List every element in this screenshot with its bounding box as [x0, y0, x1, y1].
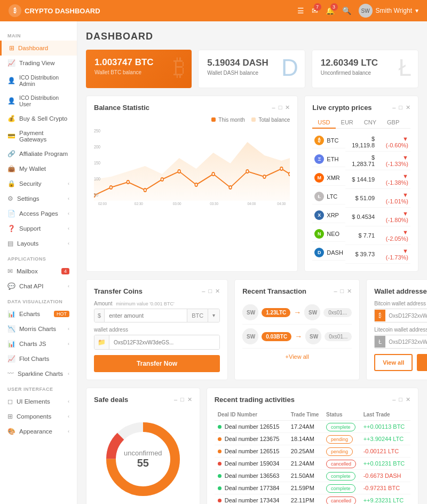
coin-change: ▼ (-2.05%): [377, 226, 410, 245]
litecoin-addr-input[interactable]: [385, 336, 427, 348]
dash-label: Wallet DASH balance: [207, 70, 296, 76]
tx-to-1: 0xs01...: [323, 308, 352, 317]
prices-close-icon[interactable]: ✕: [406, 104, 410, 111]
messages-icon[interactable]: ✉ 7: [312, 6, 318, 15]
bitcoin-addr-input[interactable]: [385, 310, 427, 321]
chevron-icon: ‹: [68, 326, 69, 332]
chart-minimize-icon[interactable]: –: [272, 104, 275, 111]
status-cell: complete: [323, 421, 360, 433]
safe-deals-minimize-icon[interactable]: –: [174, 396, 177, 403]
coin-price: $ 144.19: [345, 170, 377, 189]
sidebar-item-echarts[interactable]: 📊 Echarts HOT: [0, 306, 77, 321]
transfer-now-button[interactable]: Transfer Now: [94, 355, 220, 372]
sidebar-item-chat-api[interactable]: 💬 Chat API ‹: [0, 279, 77, 294]
recent-tx-maximize-icon[interactable]: □: [341, 288, 344, 295]
svg-text:SW: SW: [247, 334, 256, 340]
search-icon[interactable]: 🔍: [342, 6, 351, 15]
chart-title: Balance Statistic: [94, 104, 149, 112]
logo: ₿ CRYPTO DASHBOARD: [9, 4, 297, 17]
sidebar-item-trading-view[interactable]: 📈 Trading View: [0, 56, 77, 70]
safe-deals-close-icon[interactable]: ✕: [187, 396, 192, 403]
sidebar-item-ico-user[interactable]: 👤 ICO Distribution User: [0, 91, 77, 111]
ico-user-icon: 👤: [7, 97, 15, 105]
prices-minimize-icon[interactable]: –: [392, 104, 396, 111]
tab-gbp[interactable]: GBP: [382, 117, 405, 128]
settings-button[interactable]: Settings: [417, 354, 427, 371]
sidebar-item-components[interactable]: ⊞ Components ‹: [0, 409, 77, 424]
transfer-maximize-icon[interactable]: □: [208, 288, 212, 295]
last-trade: ++0.00113 BTC: [360, 421, 410, 433]
prices-maximize-icon[interactable]: □: [399, 104, 402, 111]
trading-minimize-icon[interactable]: –: [392, 396, 396, 403]
wallet-prefix-icon: 📁: [94, 335, 109, 349]
wallet-address-input[interactable]: [109, 335, 219, 349]
sidebar-item-buy-sell[interactable]: 💰 Buy & Sell Crypto: [0, 111, 77, 126]
sidebar-item-support[interactable]: ❓ Support ‹: [0, 221, 77, 236]
coin-price: $ 39.73: [345, 245, 377, 264]
sidebar-item-settings[interactable]: ⚙ Settings ‹: [0, 191, 77, 206]
recent-tx-minimize-icon[interactable]: –: [334, 288, 337, 295]
tx-amount-1: 1.23LTC: [262, 308, 290, 317]
sidebar-item-affiliate[interactable]: 🔗 Affialiate Program: [0, 146, 77, 161]
middle-row: Balance Statistic – □ ✕ This month Total: [86, 96, 418, 272]
sidebar-item-mailbox[interactable]: ✉ Mailbox 4: [0, 264, 77, 279]
chart-maximize-icon[interactable]: □: [279, 104, 282, 111]
dropdown-icon[interactable]: ▾: [208, 309, 219, 322]
notifications-icon[interactable]: 🔔 3: [326, 6, 335, 15]
sidebar-item-ico-admin[interactable]: 👤 ICO Distribution Admin: [0, 70, 77, 91]
coin-name: XMR: [327, 175, 339, 181]
coin-change: ▼ (-1.80%): [377, 208, 410, 226]
transfer-close-icon[interactable]: ✕: [215, 288, 220, 295]
coin-icon: ₿: [314, 136, 324, 145]
sidebar-item-wallet[interactable]: 👜 My Wallet: [0, 161, 77, 176]
amount-input[interactable]: [105, 309, 187, 322]
tx-sender-avatar-2: SW: [242, 328, 258, 344]
menu-icon[interactable]: ☰: [297, 6, 304, 15]
sidebar-item-morris[interactable]: 📉 Morris Charts ‹: [0, 321, 77, 336]
dashboard-icon: ⊞: [9, 44, 14, 52]
sidebar-item-label: Access Pages: [19, 210, 58, 217]
sidebar-item-ui-elements[interactable]: ◻ UI Elements ‹: [0, 394, 77, 409]
coin-price: $ 0.4534: [345, 208, 377, 226]
user-menu[interactable]: SW Smith Wright ▾: [359, 4, 418, 18]
tab-eur[interactable]: EUR: [336, 117, 359, 128]
sidebar-item-payment[interactable]: 💳 Payment Gateways: [0, 126, 77, 146]
chart-close-icon[interactable]: ✕: [285, 104, 290, 111]
sidebar-item-security[interactable]: 🔒 Security ‹: [0, 176, 77, 191]
coin-name: ETH: [327, 156, 338, 162]
sidebar-item-charts-js[interactable]: 📊 Charts JS ‹: [0, 336, 77, 351]
avatar: SW: [359, 4, 373, 18]
tab-cny[interactable]: CNY: [359, 117, 382, 128]
trading-close-icon[interactable]: ✕: [406, 396, 410, 403]
chart-actions: – □ ✕: [272, 104, 290, 111]
sidebar-item-appearance[interactable]: 🎨 Appearance ‹: [0, 424, 77, 439]
trading-maximize-icon[interactable]: □: [399, 396, 402, 403]
recent-tx-close-icon[interactable]: ✕: [347, 288, 352, 295]
bitcoin-addr-row: ₿ ⧉: [374, 309, 427, 322]
echarts-icon: 📊: [7, 310, 15, 318]
view-all-section: +View all: [242, 349, 352, 360]
chevron-icon: ‹: [68, 196, 69, 201]
trading-actions: – □ ✕: [392, 396, 410, 403]
status-badge: cancelled: [326, 497, 356, 504]
sidebar-item-label: ICO Distribution User: [19, 94, 69, 107]
sidebar-item-sparkline[interactable]: 〰 Sparkline Charts ‹: [0, 366, 77, 381]
sidebar-item-dashboard[interactable]: ⊞ Dashboard: [0, 41, 77, 56]
safe-deals-maximize-icon[interactable]: □: [180, 396, 184, 403]
status-dot: [218, 425, 222, 429]
sidebar-section-main: MAIN: [0, 28, 77, 41]
ltc-amount: 12.60349 LTC: [321, 58, 409, 68]
page-title: DASHBOARD: [86, 31, 418, 42]
wallet-header: Wallet addresses – □ ✕: [374, 287, 427, 295]
tab-usd[interactable]: USD: [312, 117, 335, 129]
ui-elements-icon: ◻: [7, 398, 13, 405]
sidebar-item-access-pages[interactable]: 📄 Access Pages ‹: [0, 206, 77, 221]
view-all-link[interactable]: +View all: [286, 353, 309, 360]
trade-time: 17.24AM: [288, 421, 323, 433]
sidebar-item-flot[interactable]: 📈 Flot Charts: [0, 351, 77, 366]
view-all-button[interactable]: View all: [374, 354, 413, 371]
transfer-minimize-icon[interactable]: –: [202, 288, 205, 295]
activity-row: Deal number 177384 21.59PM complete -0.9…: [215, 482, 410, 494]
sidebar-item-label: Charts JS: [19, 341, 46, 347]
sidebar-item-layouts[interactable]: ▤ Layouts ‹: [0, 236, 77, 251]
